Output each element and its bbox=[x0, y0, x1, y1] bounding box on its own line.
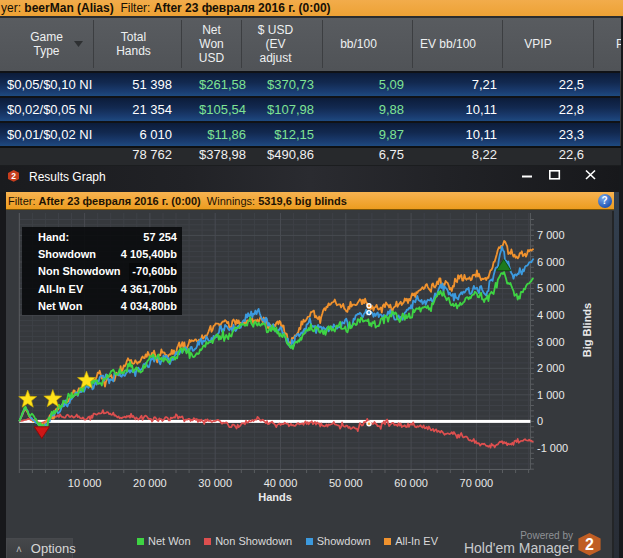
svg-text:Hands: Hands bbox=[258, 491, 292, 503]
svg-text:40 000: 40 000 bbox=[264, 477, 298, 489]
svg-text:0: 0 bbox=[537, 415, 543, 427]
svg-text:1 000: 1 000 bbox=[537, 389, 565, 401]
svg-text:3 000: 3 000 bbox=[537, 336, 565, 348]
svg-text:10 000: 10 000 bbox=[68, 477, 102, 489]
svg-text:2: 2 bbox=[585, 536, 594, 553]
svg-text:7 000: 7 000 bbox=[537, 229, 565, 241]
svg-text:60 000: 60 000 bbox=[394, 477, 428, 489]
svg-text:2 000: 2 000 bbox=[537, 362, 565, 374]
svg-text:-1 000: -1 000 bbox=[537, 442, 568, 454]
svg-text:30 000: 30 000 bbox=[198, 477, 232, 489]
svg-text:70 000: 70 000 bbox=[460, 477, 494, 489]
svg-text:20 000: 20 000 bbox=[133, 477, 167, 489]
svg-text:50 000: 50 000 bbox=[329, 477, 363, 489]
svg-text:5 000: 5 000 bbox=[537, 282, 565, 294]
svg-text:6 000: 6 000 bbox=[537, 256, 565, 268]
svg-text:Big Blinds: Big Blinds bbox=[581, 303, 593, 357]
svg-text:4 000: 4 000 bbox=[537, 309, 565, 321]
